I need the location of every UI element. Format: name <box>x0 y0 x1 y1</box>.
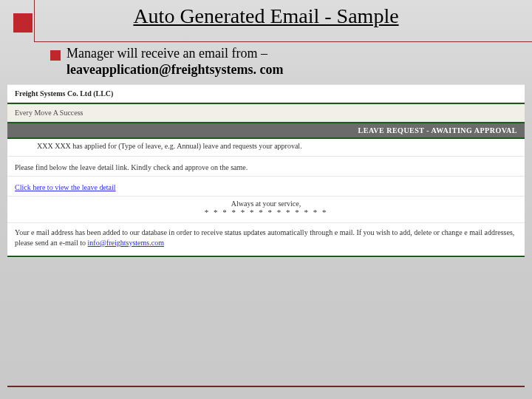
email-preview: Freight Systems Co. Ltd (LLC) Every Move… <box>7 84 525 258</box>
email-banner: LEAVE REQUEST - AWAITING APPROVAL <box>7 123 525 137</box>
divider-horizontal <box>34 41 532 42</box>
email-signoff: Always at your service, <box>7 200 525 208</box>
view-leave-detail-link[interactable]: Click here to view the leave detail <box>15 183 116 191</box>
email-footer: Your e mail address has been added to ou… <box>7 223 525 256</box>
email-tagline: Every Move A Success <box>7 104 525 122</box>
email-instruction: Please find below the leave detail link.… <box>7 157 525 176</box>
footer-email-link[interactable]: info@freightsystems.com <box>88 239 164 247</box>
email-detail: XXX XXX has applied for (Type of leave, … <box>7 139 525 156</box>
email-stars: * * * * * * * * * * * * * * <box>7 208 525 216</box>
slide-bottom-rule <box>7 386 525 387</box>
slide: Auto Generated Email - Sample Manager wi… <box>0 0 532 399</box>
email-signoff-block: Always at your service, * * * * * * * * … <box>7 197 525 222</box>
email-link-row: Click here to view the leave detail <box>7 177 525 196</box>
bullet-square-icon <box>50 50 61 61</box>
email-company: Freight Systems Co. Ltd (LLC) <box>7 85 525 103</box>
intro-line-2: leaveapplication@freightsystems. com <box>66 62 283 78</box>
divider-green <box>7 256 525 257</box>
slide-title: Auto Generated Email - Sample <box>0 4 532 28</box>
intro-line-1: Manager will receive an email from – <box>66 46 267 61</box>
